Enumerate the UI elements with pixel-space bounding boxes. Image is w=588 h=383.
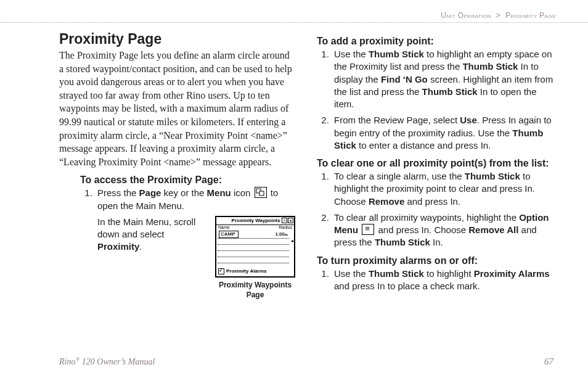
row1-value: 1.00ₘ: [275, 231, 288, 238]
steps-access: Press the Page key or the Menu icon to o…: [80, 187, 296, 301]
steps-toggle: Use the Thumb Stick to highlight Proximi…: [317, 268, 553, 293]
proximity-alarms-checkbox: Proximity Alarms: [218, 268, 267, 275]
breadcrumb-sep: >: [494, 11, 504, 20]
page-number: 67: [544, 356, 553, 367]
breadcrumb-section: Unit Operation: [441, 11, 491, 20]
footer-product: Rino® 120 Owner’s Manual: [59, 356, 155, 367]
page-title: Proximity Page: [59, 31, 296, 47]
heading-clear: To clear one or all proximity point(s) f…: [317, 158, 553, 169]
col-radius: Radius: [279, 224, 292, 231]
screen-title: Proximity Waypoints: [232, 218, 280, 223]
header-rule: [0, 22, 588, 23]
add-step-2: From the Review Page, select Use. Press …: [332, 114, 553, 152]
svg-rect-1: [259, 191, 264, 196]
heading-toggle: To turn proximity alarms on or off:: [317, 255, 553, 266]
menu-icon: [255, 187, 267, 198]
scroll-caret-icon: ◂: [291, 238, 293, 245]
titlebar-option-icon: ≡: [282, 218, 287, 223]
clear-step-1: To clear a single alarm, use the Thumb S…: [332, 170, 553, 208]
add-step-1: Use the Thumb Stick to highlight an empt…: [332, 48, 553, 110]
toggle-step-1: Use the Thumb Stick to highlight Proximi…: [332, 268, 553, 293]
access-step-2: Proximity Waypoints ≡ x Name Radius CAMP: [95, 216, 296, 301]
access-step-1: Press the Page key or the Menu icon to o…: [95, 187, 296, 212]
steps-add: Use the Thumb Stick to highlight an empt…: [317, 48, 553, 152]
figure-caption: Proximity Waypoints Page: [214, 280, 296, 300]
heading-add: To add a proximity point:: [317, 36, 553, 47]
row-1: CAMP 1.00ₘ: [218, 231, 289, 239]
clear-step-2: To clear all proximity waypoints, highli…: [332, 212, 553, 249]
figure-proximity-waypoints: Proximity Waypoints ≡ x Name Radius CAMP: [214, 216, 296, 300]
option-menu-icon: [362, 224, 374, 235]
col-name: Name: [218, 224, 230, 231]
device-screen: Proximity Waypoints ≡ x Name Radius CAMP: [215, 216, 295, 278]
intro-paragraph: The Proximity Page lets you define an al…: [59, 49, 296, 168]
steps-clear: To clear a single alarm, use the Thumb S…: [317, 170, 553, 249]
heading-access: To access the Proximity Page:: [80, 175, 296, 186]
breadcrumb-page: Proximity Page: [505, 11, 556, 20]
breadcrumb: Unit Operation > Proximity Page: [441, 11, 556, 20]
row1-name: CAMP: [219, 231, 239, 238]
titlebar-close-icon: x: [288, 218, 293, 223]
